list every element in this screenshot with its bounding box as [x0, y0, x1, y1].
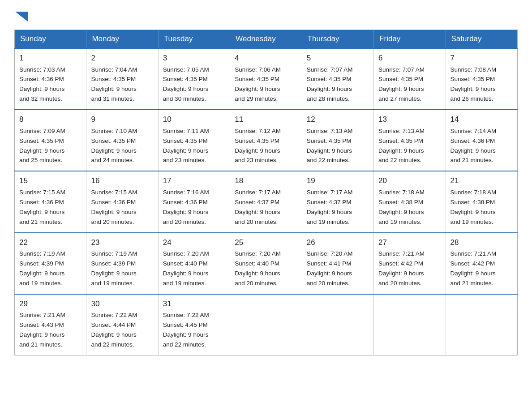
day-info: Sunrise: 7:22 AMSunset: 4:44 PMDaylight:…	[91, 312, 137, 348]
day-number: 12	[307, 114, 369, 125]
day-info: Sunrise: 7:22 AMSunset: 4:45 PMDaylight:…	[163, 312, 209, 348]
day-number: 30	[91, 298, 153, 310]
calendar-day-cell: 25 Sunrise: 7:20 AMSunset: 4:40 PMDaylig…	[230, 233, 302, 294]
svg-marker-0	[15, 12, 28, 21]
calendar-day-cell: 27 Sunrise: 7:21 AMSunset: 4:42 PMDaylig…	[374, 233, 446, 294]
calendar-week-row: 1 Sunrise: 7:03 AMSunset: 4:36 PMDayligh…	[15, 48, 518, 110]
calendar-day-cell: 1 Sunrise: 7:03 AMSunset: 4:36 PMDayligh…	[15, 48, 86, 110]
calendar-header-row: SundayMondayTuesdayWednesdayThursdayFrid…	[15, 30, 518, 49]
calendar-day-cell: 28 Sunrise: 7:21 AMSunset: 4:42 PMDaylig…	[446, 233, 517, 294]
calendar-day-cell: 31 Sunrise: 7:22 AMSunset: 4:45 PMDaylig…	[158, 294, 230, 355]
day-number: 11	[235, 114, 297, 125]
day-number: 17	[163, 175, 225, 187]
calendar-day-cell: 20 Sunrise: 7:18 AMSunset: 4:38 PMDaylig…	[374, 171, 446, 232]
calendar-day-cell: 8 Sunrise: 7:09 AMSunset: 4:35 PMDayligh…	[15, 110, 86, 171]
page-header	[14, 11, 518, 21]
calendar-day-cell: 7 Sunrise: 7:08 AMSunset: 4:35 PMDayligh…	[446, 48, 517, 110]
calendar-day-cell	[446, 294, 517, 355]
day-number: 1	[19, 52, 82, 64]
day-info: Sunrise: 7:21 AMSunset: 4:42 PMDaylight:…	[378, 250, 425, 287]
day-number: 8	[19, 114, 82, 125]
day-number: 4	[235, 52, 297, 64]
day-info: Sunrise: 7:03 AMSunset: 4:36 PMDaylight:…	[19, 66, 65, 103]
calendar-day-cell: 11 Sunrise: 7:12 AMSunset: 4:35 PMDaylig…	[230, 110, 302, 171]
day-info: Sunrise: 7:08 AMSunset: 4:35 PMDaylight:…	[450, 66, 497, 103]
day-info: Sunrise: 7:13 AMSunset: 4:35 PMDaylight:…	[378, 128, 425, 164]
day-number: 13	[378, 114, 441, 125]
day-number: 3	[163, 52, 225, 64]
calendar-day-header: Monday	[86, 30, 158, 49]
logo-triangle-icon	[15, 12, 28, 21]
calendar-day-cell: 24 Sunrise: 7:20 AMSunset: 4:40 PMDaylig…	[158, 233, 230, 294]
day-info: Sunrise: 7:10 AMSunset: 4:35 PMDaylight:…	[91, 128, 137, 164]
calendar-day-cell: 5 Sunrise: 7:07 AMSunset: 4:35 PMDayligh…	[302, 48, 373, 110]
day-info: Sunrise: 7:20 AMSunset: 4:40 PMDaylight:…	[163, 250, 209, 287]
day-info: Sunrise: 7:15 AMSunset: 4:36 PMDaylight:…	[19, 189, 65, 225]
calendar-day-cell: 26 Sunrise: 7:20 AMSunset: 4:41 PMDaylig…	[302, 233, 373, 294]
calendar-day-header: Sunday	[15, 30, 86, 49]
day-info: Sunrise: 7:19 AMSunset: 4:39 PMDaylight:…	[91, 250, 137, 287]
day-number: 28	[450, 237, 513, 248]
calendar-day-cell: 16 Sunrise: 7:15 AMSunset: 4:36 PMDaylig…	[86, 171, 158, 232]
calendar-day-cell: 21 Sunrise: 7:18 AMSunset: 4:38 PMDaylig…	[446, 171, 517, 232]
day-info: Sunrise: 7:20 AMSunset: 4:40 PMDaylight:…	[235, 250, 281, 287]
day-info: Sunrise: 7:17 AMSunset: 4:37 PMDaylight:…	[235, 189, 281, 225]
day-info: Sunrise: 7:12 AMSunset: 4:35 PMDaylight:…	[235, 128, 281, 164]
calendar-day-cell	[230, 294, 302, 355]
calendar-week-row: 29 Sunrise: 7:21 AMSunset: 4:43 PMDaylig…	[15, 294, 518, 355]
calendar-day-header: Friday	[374, 30, 446, 49]
day-info: Sunrise: 7:11 AMSunset: 4:35 PMDaylight:…	[163, 128, 209, 164]
day-info: Sunrise: 7:16 AMSunset: 4:36 PMDaylight:…	[163, 189, 209, 225]
day-info: Sunrise: 7:14 AMSunset: 4:36 PMDaylight:…	[450, 128, 497, 164]
day-number: 29	[19, 298, 82, 310]
day-info: Sunrise: 7:07 AMSunset: 4:35 PMDaylight:…	[307, 66, 353, 103]
day-info: Sunrise: 7:09 AMSunset: 4:35 PMDaylight:…	[19, 128, 65, 164]
day-number: 27	[378, 237, 441, 248]
calendar-week-row: 15 Sunrise: 7:15 AMSunset: 4:36 PMDaylig…	[15, 171, 518, 232]
day-info: Sunrise: 7:18 AMSunset: 4:38 PMDaylight:…	[450, 189, 497, 225]
day-number: 26	[307, 237, 369, 248]
calendar-day-cell: 3 Sunrise: 7:05 AMSunset: 4:35 PMDayligh…	[158, 48, 230, 110]
calendar-day-cell: 30 Sunrise: 7:22 AMSunset: 4:44 PMDaylig…	[86, 294, 158, 355]
day-info: Sunrise: 7:18 AMSunset: 4:38 PMDaylight:…	[378, 189, 425, 225]
calendar-day-cell: 19 Sunrise: 7:17 AMSunset: 4:37 PMDaylig…	[302, 171, 373, 232]
day-number: 10	[163, 114, 225, 125]
day-info: Sunrise: 7:20 AMSunset: 4:41 PMDaylight:…	[307, 250, 353, 287]
calendar-week-row: 8 Sunrise: 7:09 AMSunset: 4:35 PMDayligh…	[15, 110, 518, 171]
day-info: Sunrise: 7:15 AMSunset: 4:36 PMDaylight:…	[91, 189, 137, 225]
day-number: 9	[91, 114, 153, 125]
day-number: 7	[450, 52, 513, 64]
calendar-day-cell	[374, 294, 446, 355]
calendar-day-cell	[302, 294, 373, 355]
day-info: Sunrise: 7:05 AMSunset: 4:35 PMDaylight:…	[163, 66, 209, 103]
day-number: 22	[19, 237, 82, 248]
calendar-day-header: Wednesday	[230, 30, 302, 49]
day-number: 18	[235, 175, 297, 187]
calendar-day-cell: 13 Sunrise: 7:13 AMSunset: 4:35 PMDaylig…	[374, 110, 446, 171]
day-number: 16	[91, 175, 153, 187]
day-number: 6	[378, 52, 441, 64]
calendar-day-cell: 4 Sunrise: 7:06 AMSunset: 4:35 PMDayligh…	[230, 48, 302, 110]
day-info: Sunrise: 7:21 AMSunset: 4:42 PMDaylight:…	[450, 250, 497, 287]
day-number: 23	[91, 237, 153, 248]
day-number: 21	[450, 175, 513, 187]
calendar-day-cell: 15 Sunrise: 7:15 AMSunset: 4:36 PMDaylig…	[15, 171, 86, 232]
day-number: 24	[163, 237, 225, 248]
day-number: 25	[235, 237, 297, 248]
day-number: 14	[450, 114, 513, 125]
calendar-day-cell: 9 Sunrise: 7:10 AMSunset: 4:35 PMDayligh…	[86, 110, 158, 171]
calendar-day-cell: 2 Sunrise: 7:04 AMSunset: 4:35 PMDayligh…	[86, 48, 158, 110]
day-info: Sunrise: 7:13 AMSunset: 4:35 PMDaylight:…	[307, 128, 353, 164]
logo	[14, 11, 28, 21]
calendar-day-cell: 29 Sunrise: 7:21 AMSunset: 4:43 PMDaylig…	[15, 294, 86, 355]
day-number: 15	[19, 175, 82, 187]
day-number: 19	[307, 175, 369, 187]
calendar-day-header: Saturday	[446, 30, 517, 49]
calendar-day-header: Tuesday	[158, 30, 230, 49]
calendar-day-cell: 18 Sunrise: 7:17 AMSunset: 4:37 PMDaylig…	[230, 171, 302, 232]
day-number: 2	[91, 52, 153, 64]
calendar-day-cell: 10 Sunrise: 7:11 AMSunset: 4:35 PMDaylig…	[158, 110, 230, 171]
day-number: 31	[163, 298, 225, 310]
calendar-day-cell: 14 Sunrise: 7:14 AMSunset: 4:36 PMDaylig…	[446, 110, 517, 171]
calendar-day-cell: 17 Sunrise: 7:16 AMSunset: 4:36 PMDaylig…	[158, 171, 230, 232]
